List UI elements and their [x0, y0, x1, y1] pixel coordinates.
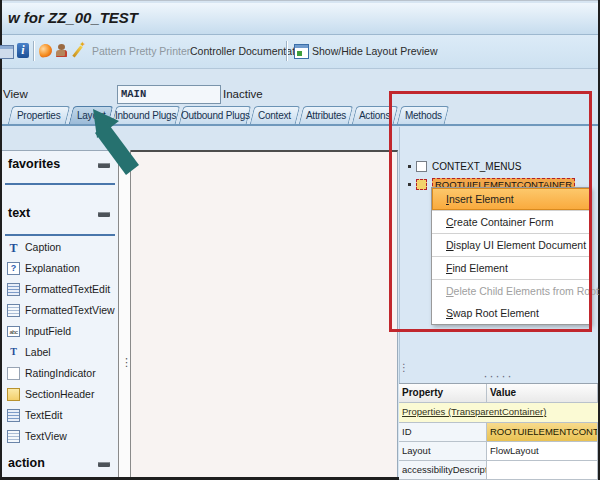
collapse-favorites-button[interactable] — [98, 163, 110, 168]
palette-item-textedit[interactable]: TextEdit — [7, 407, 62, 423]
formatted-text-edit-icon — [7, 283, 20, 296]
group-divider — [5, 234, 115, 236]
section-header-icon — [7, 388, 20, 401]
palette-item-formattedtextedit[interactable]: FormattedTextEdit — [7, 281, 110, 297]
palette-item-formattedtextview[interactable]: FormattedTextView — [7, 302, 115, 318]
toolbar-separator — [286, 41, 287, 61]
panel-splitter[interactable]: ····· — [399, 369, 598, 383]
wizard-wand-icon[interactable]: ✦ — [71, 43, 85, 57]
tab-attributes[interactable]: Attributes — [299, 106, 353, 124]
layout-design-canvas[interactable] — [131, 150, 398, 477]
palette-scrollbar[interactable]: ▲ ⋮ — [118, 150, 131, 477]
palette-item-sectionheader[interactable]: SectionHeader — [7, 386, 94, 402]
tab-layout[interactable]: Layout — [69, 106, 113, 124]
ui-element-palette: favorites text T Caption ? Explanation F… — [2, 150, 118, 477]
status-text: Inactive — [223, 88, 263, 100]
input-field-icon: abc — [7, 326, 20, 337]
label-icon: T — [7, 346, 20, 359]
palette-item-textview[interactable]: TextView — [7, 428, 67, 444]
tab-inbound-plugs[interactable]: Inbound Plugs — [112, 106, 180, 124]
property-row-accessibility: accessibilityDescription — [399, 461, 598, 480]
property-group-link[interactable]: Properties (TransparentContainer) — [399, 403, 598, 423]
check-flame-icon[interactable] — [38, 43, 53, 58]
tab-properties[interactable]: Properties — [8, 106, 70, 124]
pretty-printer-button[interactable]: Pretty Printer — [129, 45, 190, 57]
property-row-id: ID ROOTUIELEMENTCONTAINER — [399, 423, 598, 442]
explanation-icon: ? — [7, 262, 20, 275]
palette-group-action: action — [8, 456, 45, 470]
accessibility-value-cell[interactable] — [487, 461, 598, 480]
window-title: w for ZZ_00_TEST — [8, 9, 138, 26]
palette-item-explanation[interactable]: ? Explanation — [7, 260, 80, 276]
palette-item-caption[interactable]: T Caption — [7, 239, 61, 255]
title-bar: w for ZZ_00_TEST — [2, 3, 598, 35]
annotation-highlight-rectangle — [389, 91, 592, 332]
view-name-input[interactable]: MAIN — [117, 85, 221, 104]
rating-indicator-icon — [7, 367, 20, 380]
value-column-header: Value — [487, 384, 598, 403]
pattern-button[interactable]: Pattern — [92, 45, 126, 57]
sparkle-icon: ✦ — [79, 40, 86, 49]
text-edit-icon — [7, 409, 20, 422]
collapse-text-button[interactable] — [98, 212, 110, 217]
property-row-layout: Layout FlowLayout — [399, 442, 598, 461]
info-icon[interactable]: i — [17, 43, 29, 58]
property-grid-header: Property Value — [399, 384, 598, 403]
user-icon[interactable] — [55, 44, 68, 57]
property-column-header: Property — [399, 384, 487, 403]
formatted-text-view-icon — [7, 304, 20, 317]
caption-icon: T — [7, 241, 20, 254]
palette-item-inputfield[interactable]: abc InputField — [7, 323, 71, 339]
collapse-action-button[interactable] — [98, 462, 110, 467]
toolbar: i ✦ Pattern Pretty Printer Controller Do… — [2, 35, 598, 69]
toolbar-separator — [33, 41, 34, 61]
controller-documentation-button[interactable]: Controller Documentation — [190, 45, 309, 57]
group-divider — [5, 183, 115, 185]
id-value-cell[interactable]: ROOTUIELEMENTCONTAINER — [487, 423, 598, 442]
palette-item-ratingindicator[interactable]: RatingIndicator — [7, 365, 96, 381]
property-grid: Property Value Properties (TransparentCo… — [399, 383, 598, 477]
palette-group-text: text — [8, 206, 30, 220]
table-view-icon[interactable] — [0, 45, 14, 59]
tab-outbound-plugs[interactable]: Outbound Plugs — [179, 106, 251, 124]
sap-workbench-window: w for ZZ_00_TEST i ✦ Pattern Pretty Prin… — [0, 0, 600, 480]
scroll-up-icon[interactable]: ▲ — [119, 150, 130, 163]
layout-preview-icon[interactable] — [294, 44, 309, 59]
tab-context[interactable]: Context — [250, 106, 300, 124]
palette-item-label[interactable]: T Label — [7, 344, 51, 360]
layout-preview-button[interactable]: Show/Hide Layout Preview — [312, 45, 437, 57]
text-view-icon — [7, 430, 20, 443]
palette-group-favorites: favorites — [8, 157, 60, 171]
view-field-label: View — [3, 88, 28, 100]
layout-value-cell[interactable]: FlowLayout — [487, 442, 598, 461]
